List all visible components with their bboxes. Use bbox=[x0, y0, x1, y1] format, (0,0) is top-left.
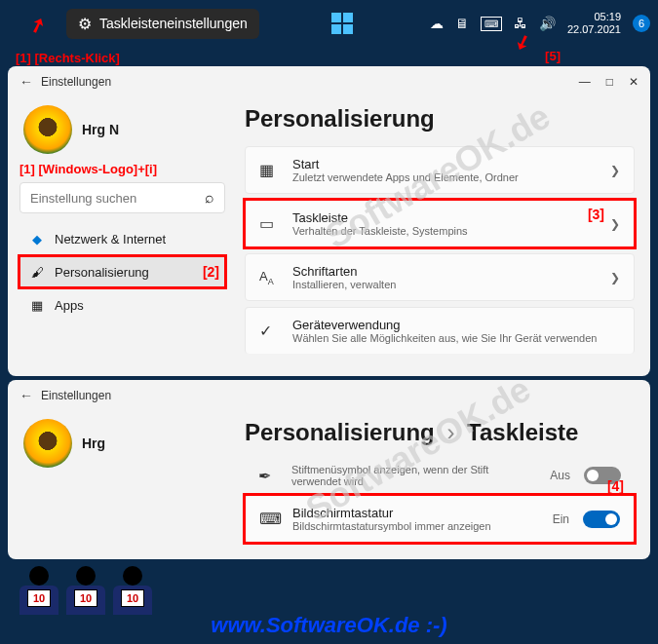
volume-icon[interactable]: 🔊 bbox=[539, 16, 556, 31]
context-menu-label: Taskleisteneinstellungen bbox=[99, 16, 248, 31]
card-taskbar[interactable]: ▭ Taskleiste Verhalten der Taskleiste, S… bbox=[245, 200, 635, 247]
annotation-num-3: [3] bbox=[588, 207, 604, 222]
clock[interactable]: 05:19 22.07.2021 bbox=[567, 11, 621, 36]
card-title: Schriftarten bbox=[292, 264, 597, 279]
chevron-right-icon: ❯ bbox=[610, 164, 620, 177]
content-area: Personalisierung ▦ Start Zuletzt verwend… bbox=[237, 97, 650, 367]
apps-icon: ▦ bbox=[29, 297, 45, 313]
profile-section[interactable]: Hrg N bbox=[19, 97, 225, 166]
search-box[interactable]: ⌕ bbox=[19, 182, 225, 213]
clock-time: 05:19 bbox=[567, 11, 621, 23]
annotation-arrow-1: ➚ bbox=[25, 12, 49, 39]
sidebar: Hrg bbox=[8, 411, 237, 556]
chevron-right-icon: › bbox=[446, 419, 454, 445]
close-button[interactable]: ✕ bbox=[629, 75, 639, 89]
annotation-label-1b: [1] [Windows-Logo]+[i] bbox=[19, 162, 225, 176]
card-device-usage[interactable]: ✓ Geräteverwendung Wählen Sie alle Mögli… bbox=[245, 307, 635, 354]
sidebar-item-personalization[interactable]: 🖌 Personalisierung [2] bbox=[19, 256, 225, 287]
footer-url: www.SoftwareOK.de :-) bbox=[0, 613, 658, 638]
window-title: Einstellungen bbox=[41, 75, 111, 89]
sidebar-item-apps[interactable]: ▦ Apps bbox=[19, 289, 225, 321]
start-icon: ▦ bbox=[259, 161, 279, 179]
clock-date: 22.07.2021 bbox=[567, 23, 621, 36]
judges-decoration: 10 10 10 bbox=[19, 566, 152, 615]
wifi-icon: ◆ bbox=[29, 231, 45, 246]
sidebar-item-label: Apps bbox=[55, 298, 84, 313]
sidebar-item-network[interactable]: ◆ Netzwerk & Internet bbox=[19, 223, 225, 254]
settings-window-2: ← Einstellungen Hrg Personalisierung › T… bbox=[8, 380, 650, 559]
profile-name: Hrg bbox=[82, 436, 105, 451]
search-icon: ⌕ bbox=[205, 189, 214, 207]
keyboard-tray-icon[interactable]: ⌨ bbox=[481, 17, 502, 31]
card-subtitle: Installieren, verwalten bbox=[292, 279, 597, 290]
window-title: Einstellungen bbox=[41, 389, 111, 402]
card-fonts[interactable]: AA Schriftarten Installieren, verwalten … bbox=[245, 253, 635, 301]
search-input[interactable] bbox=[30, 191, 205, 206]
annotation-num-4: [4] bbox=[607, 478, 624, 494]
start-button[interactable] bbox=[331, 13, 353, 34]
avatar bbox=[23, 419, 72, 468]
avatar bbox=[23, 105, 72, 154]
minimize-button[interactable]: ― bbox=[579, 75, 591, 89]
svg-rect-0 bbox=[331, 13, 341, 22]
card-title: Geräteverwendung bbox=[292, 318, 620, 332]
pen-icon: ✒ bbox=[258, 467, 278, 485]
annotation-label-5: [5] bbox=[545, 49, 561, 63]
setting-row-keyboard: ⌨ Bildschirmtastatur Bildschirmtastaturs… bbox=[245, 495, 635, 543]
taskbar-context-menu-item[interactable]: ⚙ Taskleisteneinstellungen bbox=[66, 9, 259, 39]
card-subtitle: Verhalten der Taskleiste, Systempins bbox=[292, 225, 597, 237]
profile-name: Hrg N bbox=[82, 122, 119, 137]
annotation-label-1: [1] [Rechts-Klick] bbox=[16, 51, 120, 65]
onedrive-icon[interactable]: ☁ bbox=[430, 16, 444, 31]
page-title: Personalisierung bbox=[245, 97, 635, 146]
setting-subtitle: Bildschirmtastatursymbol immer anzeigen bbox=[292, 520, 539, 532]
titlebar: ← Einstellungen bbox=[8, 380, 650, 411]
card-title: Taskleiste bbox=[292, 210, 597, 225]
card-subtitle: Wählen Sie alle Möglichkeiten aus, wie S… bbox=[292, 332, 620, 344]
toggle-keyboard[interactable] bbox=[583, 511, 620, 528]
brush-icon: 🖌 bbox=[29, 264, 45, 280]
breadcrumb-part[interactable]: Personalisierung bbox=[245, 419, 435, 445]
chevron-right-icon: ❯ bbox=[610, 217, 620, 231]
card-start[interactable]: ▦ Start Zuletzt verwendete Apps und Elem… bbox=[245, 146, 635, 194]
setting-title: Bildschirmtastatur bbox=[292, 506, 539, 520]
taskbar: ➚ ⚙ Taskleisteneinstellungen ☁ 🖥 ⌨ 🖧 🔊 0… bbox=[0, 0, 658, 47]
sidebar-item-label: Personalisierung bbox=[55, 265, 149, 280]
sidebar: Hrg N [1] [Windows-Logo]+[i] ⌕ ◆ Netzwer… bbox=[8, 97, 237, 367]
titlebar: ← Einstellungen ― □ ✕ bbox=[8, 66, 650, 97]
taskbar-icon: ▭ bbox=[259, 214, 279, 233]
svg-rect-3 bbox=[343, 24, 353, 34]
fonts-icon: AA bbox=[259, 269, 279, 286]
gear-icon: ⚙ bbox=[78, 15, 92, 33]
content-area: Personalisierung › Taskleiste ✒ Stiftmen… bbox=[237, 411, 650, 556]
setting-row-pen: ✒ Stiftmenüsymbol anzeigen, wenn der Sti… bbox=[245, 456, 635, 495]
svg-rect-2 bbox=[331, 24, 341, 34]
profile-section[interactable]: Hrg bbox=[19, 411, 225, 479]
annotation-num-2: [2] bbox=[203, 264, 219, 280]
toggle-state-label: Aus bbox=[550, 469, 570, 482]
toggle-state-label: Ein bbox=[553, 512, 569, 526]
back-button[interactable]: ← bbox=[19, 388, 33, 403]
device-icon: ✓ bbox=[259, 322, 279, 340]
breadcrumb-part: Taskleiste bbox=[467, 419, 578, 445]
sidebar-item-label: Netzwerk & Internet bbox=[55, 232, 166, 246]
setting-title: Stiftmenüsymbol anzeigen, wenn der Stift… bbox=[291, 464, 536, 487]
card-title: Start bbox=[292, 157, 597, 171]
breadcrumb: Personalisierung › Taskleiste bbox=[245, 411, 635, 456]
maximize-button[interactable]: □ bbox=[606, 75, 613, 89]
back-button[interactable]: ← bbox=[19, 74, 33, 90]
settings-window-1: ← Einstellungen ― □ ✕ Hrg N [1] [Windows… bbox=[8, 66, 650, 376]
svg-rect-1 bbox=[343, 13, 353, 22]
keyboard-icon: ⌨ bbox=[259, 510, 279, 528]
notification-badge[interactable]: 6 bbox=[633, 15, 650, 32]
chevron-right-icon: ❯ bbox=[610, 271, 620, 284]
card-subtitle: Zuletzt verwendete Apps und Elemente, Or… bbox=[292, 171, 597, 183]
usb-icon[interactable]: 🖥 bbox=[455, 16, 469, 31]
